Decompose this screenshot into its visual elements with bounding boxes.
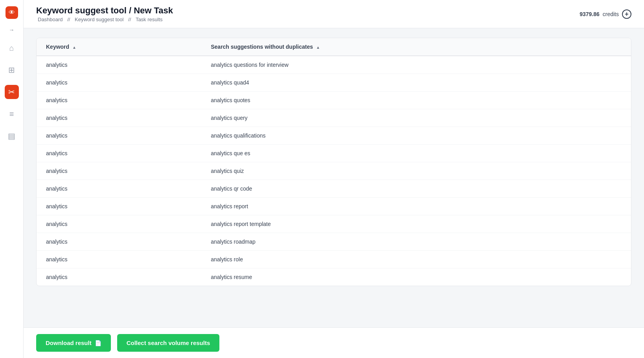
breadcrumb: Dashboard // Keyword suggest tool // Tas… bbox=[36, 17, 173, 22]
keyword-cell: analytics bbox=[37, 198, 201, 215]
suggestion-cell: analytics quiz bbox=[201, 162, 631, 180]
table-row: analyticsanalytics qualifications bbox=[37, 127, 631, 145]
credits-amount: 9379.86 bbox=[580, 11, 600, 17]
keyword-cell: analytics bbox=[37, 92, 201, 109]
page-title: Keyword suggest tool / New Task bbox=[36, 6, 173, 16]
table-body: analyticsanalytics questions for intervi… bbox=[37, 56, 631, 286]
suggestion-cell: analytics qr code bbox=[201, 180, 631, 198]
breadcrumb-task-results: Task results bbox=[136, 17, 163, 22]
keyword-cell: analytics bbox=[37, 74, 201, 92]
breadcrumb-keyword-tool[interactable]: Keyword suggest tool bbox=[75, 17, 123, 22]
table-row: analyticsanalytics quiz bbox=[37, 162, 631, 180]
keyword-cell: analytics bbox=[37, 251, 201, 268]
main-content: Keyword suggest tool / New Task Dashboar… bbox=[24, 0, 644, 358]
keyword-cell: analytics bbox=[37, 180, 201, 198]
table-row: analyticsanalytics report template bbox=[37, 215, 631, 233]
keyword-cell: analytics bbox=[37, 56, 201, 74]
keyword-cell: analytics bbox=[37, 215, 201, 233]
results-table: Keyword ▲ Search suggestions without dup… bbox=[37, 38, 631, 286]
header-right: 9379.86 credits + bbox=[580, 9, 631, 19]
breadcrumb-sep-2: // bbox=[128, 17, 131, 22]
keyword-cell: analytics bbox=[37, 109, 201, 127]
header: Keyword suggest tool / New Task Dashboar… bbox=[24, 0, 644, 28]
suggestion-cell: analytics resume bbox=[201, 268, 631, 286]
table-row: analyticsanalytics report bbox=[37, 198, 631, 215]
sidebar-item-grid[interactable]: ⊞ bbox=[5, 63, 19, 77]
collect-label: Collect search volume results bbox=[127, 340, 210, 346]
suggestion-cell: analytics quotes bbox=[201, 92, 631, 109]
header-left: Keyword suggest tool / New Task Dashboar… bbox=[36, 6, 173, 22]
results-table-container: Keyword ▲ Search suggestions without dup… bbox=[36, 38, 631, 286]
suggestion-cell: analytics roadmap bbox=[201, 233, 631, 251]
suggestion-cell: analytics query bbox=[201, 109, 631, 127]
suggestion-cell: analytics que es bbox=[201, 145, 631, 162]
download-icon: 📄 bbox=[95, 340, 101, 346]
suggestion-cell: analytics qualifications bbox=[201, 127, 631, 145]
table-row: analyticsanalytics resume bbox=[37, 268, 631, 286]
suggestion-cell: analytics questions for interview bbox=[201, 56, 631, 74]
sidebar-item-doc[interactable]: ▤ bbox=[5, 129, 19, 143]
sidebar-item-tools[interactable]: ✂ bbox=[5, 85, 19, 99]
keyword-sort-icon: ▲ bbox=[72, 45, 76, 50]
keyword-cell: analytics bbox=[37, 233, 201, 251]
breadcrumb-dashboard[interactable]: Dashboard bbox=[38, 17, 63, 22]
keyword-cell: analytics bbox=[37, 162, 201, 180]
content-area: Keyword ▲ Search suggestions without dup… bbox=[24, 28, 644, 358]
keyword-cell: analytics bbox=[37, 268, 201, 286]
bottom-bar: Download result 📄 Collect search volume … bbox=[24, 327, 644, 358]
credits-label: credits bbox=[603, 11, 619, 17]
sidebar: 👁 → ⌂ ⊞ ✂ ≡ ▤ bbox=[0, 0, 24, 358]
table-row: analyticsanalytics qr code bbox=[37, 180, 631, 198]
table-row: analyticsanalytics role bbox=[37, 251, 631, 268]
suggestion-cell: analytics report bbox=[201, 198, 631, 215]
sidebar-item-home[interactable]: ⌂ bbox=[5, 41, 19, 55]
suggestion-sort-icon: ▲ bbox=[316, 45, 320, 50]
add-credits-button[interactable]: + bbox=[622, 9, 631, 19]
collect-search-volume-button[interactable]: Collect search volume results bbox=[117, 334, 220, 352]
table-row: analyticsanalytics quotes bbox=[37, 92, 631, 109]
suggestion-cell: analytics role bbox=[201, 251, 631, 268]
nav-arrow-icon[interactable]: → bbox=[9, 27, 15, 33]
suggestion-cell: analytics quad4 bbox=[201, 74, 631, 92]
download-label: Download result bbox=[46, 340, 92, 346]
table-row: analyticsanalytics query bbox=[37, 109, 631, 127]
breadcrumb-sep-1: // bbox=[67, 17, 70, 22]
column-header-suggestion[interactable]: Search suggestions without duplicates ▲ bbox=[201, 38, 631, 56]
column-header-keyword[interactable]: Keyword ▲ bbox=[37, 38, 201, 56]
keyword-cell: analytics bbox=[37, 145, 201, 162]
table-row: analyticsanalytics roadmap bbox=[37, 233, 631, 251]
table-row: analyticsanalytics questions for intervi… bbox=[37, 56, 631, 74]
keyword-cell: analytics bbox=[37, 127, 201, 145]
table-row: analyticsanalytics quad4 bbox=[37, 74, 631, 92]
table-row: analyticsanalytics que es bbox=[37, 145, 631, 162]
download-result-button[interactable]: Download result 📄 bbox=[36, 334, 111, 352]
table-header-row: Keyword ▲ Search suggestions without dup… bbox=[37, 38, 631, 56]
sidebar-item-list[interactable]: ≡ bbox=[5, 107, 19, 121]
logo-icon[interactable]: 👁 bbox=[6, 6, 18, 19]
suggestion-cell: analytics report template bbox=[201, 215, 631, 233]
